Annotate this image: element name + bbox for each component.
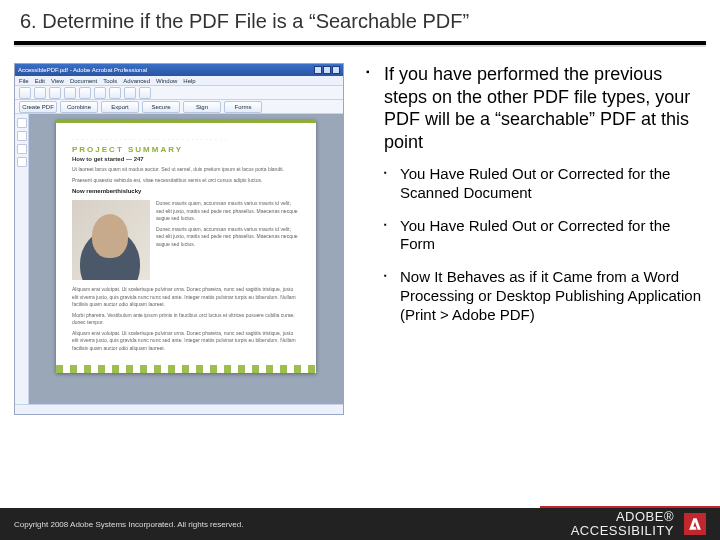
bullet-text: If you have performed the previous steps… (384, 63, 706, 153)
bullet-text: Now It Behaves as if it Came from a Word… (400, 268, 706, 324)
toolbar-row-2: Create PDF Combine Export Secure Sign Fo… (15, 100, 343, 114)
tool-icon (139, 87, 151, 99)
tool-button: Forms (224, 101, 262, 113)
tool-button: Secure (142, 101, 180, 113)
pdf-page: . . . . . . . . . . . . . . . . . . . . … (56, 120, 316, 373)
bullet-text: You Have Ruled Out or Corrected for the … (400, 217, 706, 255)
bullet-l2-item: You Have Ruled Out or Corrected for the … (384, 165, 706, 203)
divider-light (14, 45, 706, 47)
doc-headshot (72, 200, 150, 280)
menubar: File Edit View Document Tools Advanced W… (15, 76, 343, 86)
adobe-logo-icon (684, 513, 706, 535)
brand-line1: ADOBE® (571, 510, 674, 524)
tool-icon (49, 87, 61, 99)
doc-paragraph: Morbi pharetra. Vestibulum ante ipsum pr… (72, 312, 300, 327)
doc-subtitle: How to get started — 247 (72, 156, 300, 162)
menu-item: Edit (35, 78, 45, 84)
window-buttons (314, 66, 340, 74)
doc-paragraph: Donec mauris quam, accumsan mauris variu… (156, 200, 300, 223)
menu-item: File (19, 78, 29, 84)
nav-icon (17, 144, 27, 154)
page-canvas: . . . . . . . . . . . . . . . . . . . . … (29, 114, 343, 404)
slide: 6. Determine if the PDF File is a “Searc… (0, 0, 720, 540)
brand-line2: ACCESSIBILITY (571, 524, 674, 538)
bullet-l1-item: If you have performed the previous steps… (366, 63, 706, 324)
nav-icon (17, 118, 27, 128)
tool-icon (79, 87, 91, 99)
tool-icon (64, 87, 76, 99)
tool-button: Create PDF (19, 101, 57, 113)
tool-button: Combine (60, 101, 98, 113)
doc-image-row: Donec mauris quam, accumsan mauris variu… (72, 200, 300, 280)
body-row: AccessiblePDF.pdf - Adobe Acrobat Profes… (0, 57, 720, 508)
nav-icon (17, 157, 27, 167)
tool-icon (94, 87, 106, 99)
slide-title: 6. Determine if the PDF File is a “Searc… (20, 10, 700, 33)
doc-paragraph: Donec mauris quam, accumsan mauris variu… (156, 226, 300, 249)
tool-icon (124, 87, 136, 99)
menu-item: Document (70, 78, 97, 84)
doc-subhead: Now rememberthislucky (72, 188, 300, 194)
bullet-l2-item: Now It Behaves as if it Came from a Word… (384, 268, 706, 324)
menu-item: Tools (103, 78, 117, 84)
brand-block: ADOBE® ACCESSIBILITY (571, 510, 706, 539)
tool-icon (19, 87, 31, 99)
content-column: If you have performed the previous steps… (354, 63, 706, 508)
acrobat-screenshot: AccessiblePDF.pdf - Adobe Acrobat Profes… (14, 63, 344, 415)
window-title: AccessiblePDF.pdf - Adobe Acrobat Profes… (18, 67, 147, 73)
doc-paragraph: Praesent quaestio vehicula est, vitae ne… (72, 177, 300, 185)
brand-text: ADOBE® ACCESSIBILITY (571, 510, 674, 539)
slide-footer: Copyright 2008 Adobe Systems Incorporate… (0, 508, 720, 540)
tool-icon (34, 87, 46, 99)
bullet-l2-item: You Have Ruled Out or Corrected for the … (384, 217, 706, 255)
bullet-list: If you have performed the previous steps… (366, 63, 706, 324)
nav-icon (17, 131, 27, 141)
menu-item: View (51, 78, 64, 84)
tool-icon (109, 87, 121, 99)
menu-item: Window (156, 78, 177, 84)
tool-button: Sign (183, 101, 221, 113)
tool-button: Export (101, 101, 139, 113)
doc-footer-pattern (56, 365, 316, 373)
bullet-sublist: You Have Ruled Out or Corrected for the … (384, 165, 706, 324)
screenshot-column: AccessiblePDF.pdf - Adobe Acrobat Profes… (14, 63, 354, 508)
toolbar-row-1 (15, 86, 343, 100)
nav-panel (15, 114, 29, 404)
footer-accent (540, 506, 720, 508)
menu-item: Advanced (123, 78, 150, 84)
document-area: . . . . . . . . . . . . . . . . . . . . … (15, 114, 343, 404)
doc-label: PROJECT SUMMARY (72, 145, 300, 154)
menu-item: Help (183, 78, 195, 84)
header-dots: . . . . . . . . . . . . . . . . . . . . … (72, 135, 300, 141)
doc-paragraph: Ut laoreet lacus quam sit modus auctor. … (72, 166, 300, 174)
window-titlebar: AccessiblePDF.pdf - Adobe Acrobat Profes… (15, 64, 343, 76)
doc-paragraph: Aliquam erat volutpat. Ut scelerisque pu… (72, 286, 300, 309)
title-band: 6. Determine if the PDF File is a “Searc… (0, 0, 720, 35)
copyright: Copyright 2008 Adobe Systems Incorporate… (14, 520, 243, 529)
doc-paragraph: Aliquam erat volutpat. Ut scelerisque pu… (72, 330, 300, 353)
bullet-text: You Have Ruled Out or Corrected for the … (400, 165, 706, 203)
status-bar (15, 404, 343, 414)
